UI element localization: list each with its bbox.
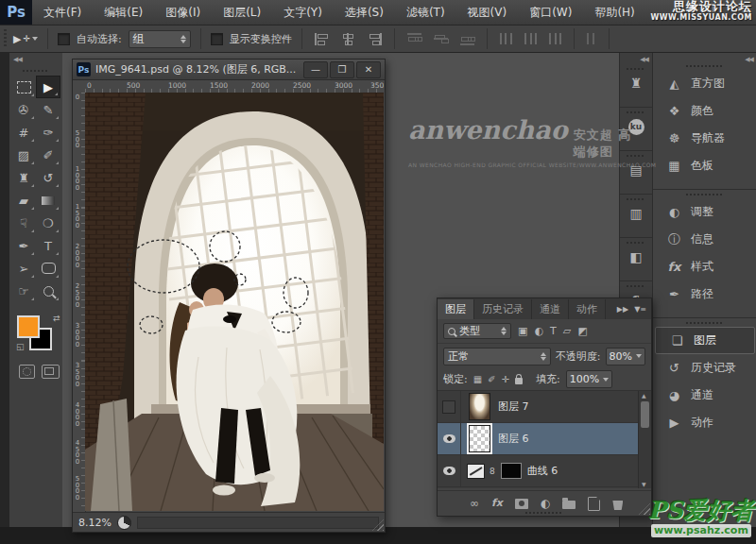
lock-position-icon[interactable]: ✛ <box>502 374 509 384</box>
tab-layers[interactable]: 图层 <box>438 299 474 319</box>
filter-pixel-icon[interactable]: ▣ <box>518 325 527 337</box>
distribute-left-icon[interactable] <box>500 33 512 44</box>
scrollbar-thumb[interactable] <box>641 401 649 428</box>
doc-minimize-button[interactable]: — <box>303 61 328 78</box>
histogram-panel-button[interactable]: ◭直方图 <box>653 70 756 97</box>
smudge-tool[interactable]: ☟ <box>11 212 36 234</box>
auto-select-checkbox[interactable] <box>58 33 70 45</box>
distribute-right-icon[interactable] <box>549 33 561 44</box>
channels-panel-button[interactable]: ◕通道 <box>653 382 756 409</box>
add-mask-icon[interactable] <box>515 499 528 509</box>
doc-close-button[interactable]: ✕ <box>356 61 381 78</box>
history-panel-button[interactable]: ↺历史记录 <box>653 354 756 382</box>
toolbox-collapse-icon[interactable]: ◀◀ <box>13 56 22 63</box>
gradient-tool[interactable] <box>36 189 60 212</box>
shape-tool[interactable] <box>36 257 60 280</box>
clone-stamp-tool[interactable]: ♜ <box>11 166 36 189</box>
paths-panel-button[interactable]: ✒路径 <box>653 280 756 308</box>
eraser-tool[interactable]: ▰ <box>11 189 36 212</box>
move-tool[interactable]: ▶ <box>36 76 60 98</box>
styles-panel-button[interactable]: fx样式 <box>653 253 756 280</box>
menu-filter[interactable]: 滤镜(T) <box>395 0 456 25</box>
new-layer-icon[interactable] <box>588 497 600 511</box>
layer-row-6[interactable]: 图层 6 <box>438 423 639 455</box>
zoom-tool[interactable] <box>36 280 60 302</box>
align-left-edges-icon[interactable] <box>315 33 329 45</box>
path-selection-tool[interactable]: ➢ <box>11 257 36 280</box>
rectangular-marquee-tool[interactable] <box>11 76 36 98</box>
quick-mask-button[interactable] <box>19 365 35 379</box>
lock-transparent-icon[interactable]: ▦ <box>473 374 482 384</box>
measurement-panel-button[interactable]: ◧ <box>620 238 652 281</box>
panel-grip[interactable] <box>525 512 563 514</box>
toolbox-grip[interactable] <box>23 70 49 72</box>
paragraph-styles-panel-button[interactable]: ▥ <box>620 195 652 238</box>
fill-value[interactable]: 100% <box>566 370 612 388</box>
show-transform-checkbox[interactable] <box>211 33 223 45</box>
tab-channels[interactable]: 通道 <box>532 299 569 319</box>
foreground-color-swatch[interactable] <box>17 315 40 338</box>
menu-layer[interactable]: 图层(L) <box>212 0 272 25</box>
link-layers-icon[interactable]: ∞ <box>470 498 479 509</box>
tab-actions[interactable]: 动作 <box>569 299 606 319</box>
visibility-toggle[interactable] <box>438 455 461 486</box>
type-tool[interactable]: T <box>36 234 60 257</box>
filter-smart-object-icon[interactable]: ◩ <box>577 325 587 337</box>
crop-tool[interactable]: # <box>11 121 36 144</box>
new-group-icon[interactable] <box>562 501 576 509</box>
screen-mode-button[interactable] <box>42 365 60 379</box>
layer-mask-thumbnail[interactable] <box>501 463 522 479</box>
actions-panel-button[interactable]: ▶动作 <box>653 409 756 436</box>
zoom-level[interactable]: 8.12% <box>78 517 112 529</box>
clone-source-panel-button[interactable]: ♜ <box>620 64 652 108</box>
panel-menu-icon[interactable]: ▼≡ <box>634 305 646 314</box>
color-panel-button[interactable]: ❖颜色 <box>653 97 756 125</box>
align-horizontal-centers-icon[interactable] <box>341 33 355 45</box>
menu-window[interactable]: 窗口(W) <box>518 0 583 25</box>
menu-view[interactable]: 视图(V) <box>456 0 519 25</box>
hand-tool[interactable]: ☞ <box>11 280 36 302</box>
filter-adjustment-icon[interactable]: ◐ <box>534 325 543 337</box>
dock-collapse-icon[interactable]: ◀◀ <box>640 56 648 63</box>
history-brush-tool[interactable]: ↺ <box>36 166 60 189</box>
align-vertical-centers-icon[interactable] <box>434 33 448 45</box>
menu-type[interactable]: 文字(Y) <box>272 0 334 25</box>
menu-select[interactable]: 选择(S) <box>334 0 395 25</box>
layers-scrollbar[interactable]: ▲ ▼ <box>638 391 651 488</box>
layer-thumbnail[interactable] <box>469 425 490 452</box>
layers-panel-button[interactable]: ❏图层 <box>655 327 755 354</box>
adjustment-layer-icon[interactable]: ◐ <box>541 498 550 509</box>
adjustments-panel-button[interactable]: ◐调整 <box>653 198 756 226</box>
layer-filter-dropdown[interactable]: 类型 <box>443 323 511 339</box>
menu-file[interactable]: 文件(F) <box>32 0 93 25</box>
auto-select-dropdown[interactable]: 组 <box>129 30 191 48</box>
delete-layer-icon[interactable] <box>612 501 623 510</box>
menu-edit[interactable]: 编辑(E) <box>93 0 154 25</box>
distribute-center-icon[interactable] <box>524 33 537 44</box>
default-colors-icon[interactable]: ◱ <box>16 342 25 351</box>
lasso-tool[interactable]: ✇ <box>11 98 36 121</box>
align-bottom-edges-icon[interactable] <box>460 33 474 45</box>
eyedropper-tool[interactable]: ✑ <box>36 121 60 144</box>
move-tool-option-icon[interactable]: ▶✛ <box>13 33 38 45</box>
visibility-toggle[interactable] <box>438 391 461 422</box>
align-right-edges-icon[interactable] <box>368 33 382 45</box>
canvas[interactable] <box>85 93 384 511</box>
layer-row-curves[interactable]: 8 曲线 6 <box>438 455 639 487</box>
layer-style-icon[interactable]: fx <box>491 498 503 509</box>
swatches-panel-button[interactable]: ▦色板 <box>653 152 756 179</box>
opacity-value[interactable]: 80% <box>606 348 645 366</box>
menu-help[interactable]: 帮助(H) <box>583 0 645 25</box>
expand-panel-icon[interactable]: ▶▶ <box>617 305 628 314</box>
layer-row-7[interactable]: 图层 7 <box>438 391 639 423</box>
distribute-spacing-icon[interactable] <box>587 33 596 44</box>
menu-image[interactable]: 图像(I) <box>154 0 212 25</box>
swap-colors-icon[interactable]: ⇄ <box>53 314 60 323</box>
pen-tool[interactable]: ✒ <box>11 234 36 257</box>
doc-maximize-button[interactable]: ❐ <box>330 61 354 78</box>
visibility-toggle[interactable] <box>438 423 461 454</box>
lock-all-icon[interactable] <box>515 378 523 384</box>
blend-mode-dropdown[interactable]: 正常 <box>443 348 551 366</box>
document-title-bar[interactable]: Ps IMG_9641.psd @ 8.12% (图层 6, RGB... — … <box>73 60 385 80</box>
align-top-edges-icon[interactable] <box>407 33 421 45</box>
